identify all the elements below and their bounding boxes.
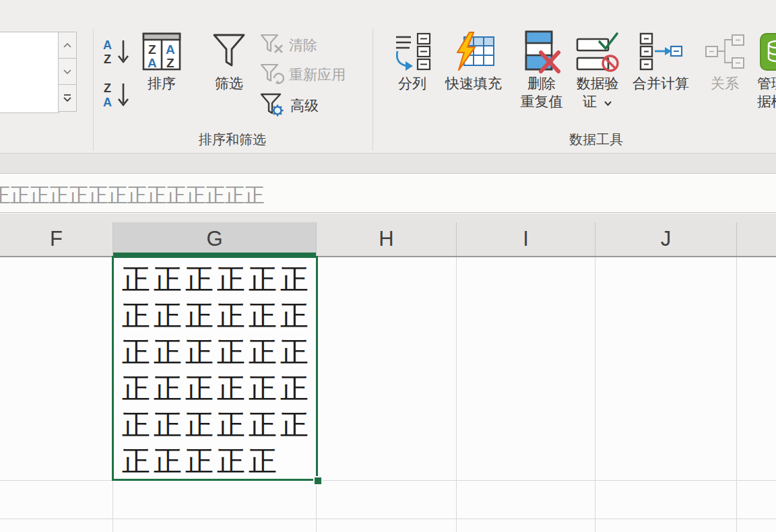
gallery-more-icon <box>62 94 73 102</box>
cell-text-line: 正正正正正正 <box>114 298 316 334</box>
formula-bar[interactable]: 正正正正正正正正正正正正正正 <box>0 173 776 213</box>
relationships-label: 关系 <box>711 74 739 92</box>
sort-ascending-icon: A Z <box>102 38 131 67</box>
column-header-j[interactable]: J <box>595 222 737 256</box>
column-header-h[interactable]: H <box>317 222 457 256</box>
ribbon-gallery <box>0 32 59 113</box>
column-header-g[interactable]: G <box>113 222 317 256</box>
dropdown-chevron-icon <box>604 100 612 106</box>
consolidate-button[interactable]: 合并计算 <box>621 30 701 92</box>
formula-bar-bottom-band <box>0 213 776 222</box>
relationships-icon <box>704 30 746 74</box>
column-header-partial[interactable] <box>737 222 776 256</box>
remove-duplicates-icon <box>521 30 562 74</box>
column-header-f[interactable]: F <box>0 222 113 256</box>
text-to-columns-icon <box>392 30 432 74</box>
formula-bar-top-band <box>0 154 776 173</box>
cell-text-line: 正正正正正 <box>114 443 316 479</box>
sort-descending-button[interactable]: Z A <box>102 81 131 110</box>
clear-filter-label: 清除 <box>289 36 317 54</box>
gallery-scroll-down-button[interactable] <box>58 58 77 85</box>
gridline <box>456 257 457 532</box>
remove-duplicates-label-line2: 重复值 <box>521 92 563 110</box>
filter-button[interactable]: 筛选 <box>202 30 256 92</box>
svg-text:A: A <box>103 38 112 52</box>
flash-fill-label: 快速填充 <box>445 74 502 92</box>
filter-button-label: 筛选 <box>215 74 243 92</box>
group-divider <box>373 28 373 151</box>
sort-ascending-button[interactable]: A Z <box>102 38 131 67</box>
text-to-columns-label: 分列 <box>398 74 426 92</box>
sort-button[interactable]: Z A A Z 排序 <box>136 30 187 92</box>
sort-filter-group-label: 排序和筛选 <box>162 131 303 149</box>
column-header-row: F G H I J <box>0 222 776 257</box>
manage-data-model-icon <box>756 30 776 74</box>
data-tools-group-label: 数据工具 <box>539 131 653 149</box>
group-divider <box>93 28 94 151</box>
data-validation-label-line2: 证 <box>583 92 612 110</box>
reapply-filter-button[interactable]: 重新应用 <box>260 63 346 85</box>
manage-data-model-button[interactable]: 管理 据模 <box>756 30 776 110</box>
reapply-filter-label: 重新应用 <box>289 65 346 84</box>
sort-table-icon: Z A A Z <box>142 30 181 74</box>
cell-text-line: 正正正正正正 <box>114 334 316 370</box>
gridline <box>736 257 737 532</box>
svg-text:A: A <box>103 96 112 109</box>
excel-window: A Z Z A Z A A Z <box>0 0 776 532</box>
remove-duplicates-button[interactable]: 删除 重复值 <box>513 30 570 110</box>
svg-text:Z: Z <box>104 53 111 66</box>
consolidate-label: 合并计算 <box>633 74 689 92</box>
svg-text:A: A <box>148 56 157 70</box>
formula-bar-text: 正正正正正正正正正正正正正正 <box>0 182 264 209</box>
clear-filter-icon <box>260 34 284 55</box>
gallery-up-icon <box>62 42 73 48</box>
ribbon-data-tab: A Z Z A Z A A Z <box>0 0 776 154</box>
manage-data-model-label-line1: 管理 <box>756 74 776 92</box>
gallery-more-button[interactable] <box>58 84 77 112</box>
consolidate-icon <box>639 30 683 74</box>
text-to-columns-button[interactable]: 分列 <box>389 30 435 92</box>
svg-text:Z: Z <box>166 56 174 70</box>
spreadsheet-grid[interactable]: 正正正正正正 正正正正正正 正正正正正正 正正正正正正 正正正正正正 正正正正正 <box>0 257 776 532</box>
gridline <box>595 257 595 532</box>
advanced-filter-button[interactable]: 高级 <box>260 93 319 117</box>
data-validation-button[interactable]: 数据验 证 <box>569 30 626 110</box>
svg-text:Z: Z <box>104 81 111 95</box>
advanced-filter-label: 高级 <box>290 96 319 114</box>
cell-text-line: 正正正正正正 <box>114 407 316 443</box>
advanced-filter-icon <box>260 93 286 117</box>
manage-data-model-label-line2: 据模 <box>756 92 776 110</box>
filter-funnel-icon <box>212 30 246 74</box>
sort-descending-icon: Z A <box>102 81 131 110</box>
gallery-scroll-up-button[interactable] <box>58 32 77 59</box>
cell-text-line: 正正正正正正 <box>114 370 316 407</box>
data-validation-icon <box>575 30 620 74</box>
gridline <box>0 519 776 519</box>
flash-fill-button[interactable]: 快速填充 <box>438 30 509 92</box>
gallery-down-icon <box>62 68 73 75</box>
sort-button-label: 排序 <box>148 74 176 92</box>
reapply-filter-icon <box>260 63 284 85</box>
cell-text-line: 正正正正正正 <box>114 258 316 298</box>
svg-text:Z: Z <box>148 42 156 57</box>
selected-cell-g[interactable]: 正正正正正正 正正正正正正 正正正正正正 正正正正正正 正正正正正正 正正正正正 <box>112 256 318 481</box>
remove-duplicates-label-line1: 删除 <box>527 74 556 92</box>
clear-filter-button[interactable]: 清除 <box>260 34 317 55</box>
svg-text:A: A <box>166 42 175 57</box>
selection-fill-handle[interactable] <box>313 476 323 486</box>
flash-fill-icon <box>451 30 496 74</box>
relationships-button[interactable]: 关系 <box>701 30 749 92</box>
column-header-i[interactable]: I <box>457 222 595 256</box>
data-validation-label-line1: 数据验 <box>577 74 619 92</box>
